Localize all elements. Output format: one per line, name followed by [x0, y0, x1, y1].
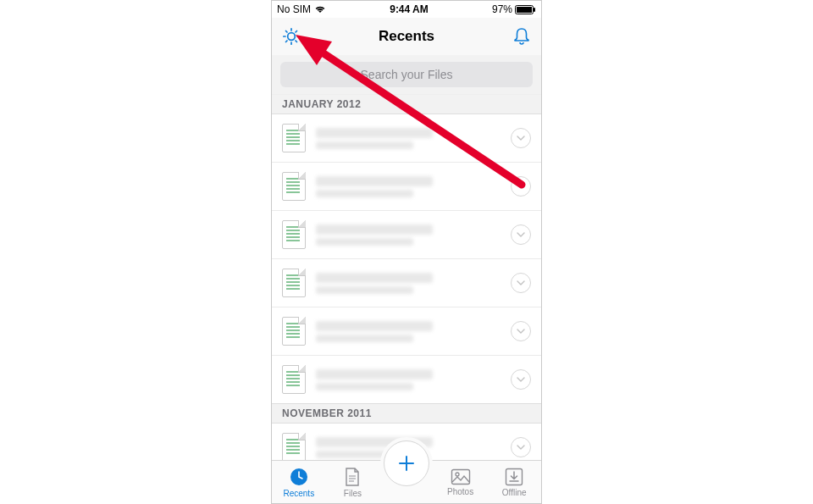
battery-icon — [515, 5, 536, 14]
spreadsheet-icon — [282, 317, 306, 346]
file-text — [316, 176, 511, 197]
file-row[interactable] — [272, 307, 541, 356]
chevron-down-icon — [517, 443, 525, 451]
battery-percent: 97% — [492, 3, 512, 15]
row-options-button[interactable] — [511, 369, 531, 390]
row-options-button[interactable] — [511, 321, 531, 341]
phone-frame: No SIM 9:44 AM 97% — [271, 0, 542, 504]
file-name-redacted — [316, 369, 433, 379]
spreadsheet-icon — [282, 365, 306, 394]
gear-icon — [281, 26, 301, 47]
tab-offline[interactable]: Offline — [487, 461, 541, 503]
row-options-button[interactable] — [511, 224, 531, 245]
search-bar-wrap: Search your Files — [272, 55, 541, 95]
tab-label: Recents — [283, 489, 314, 498]
file-meta-redacted — [316, 383, 413, 390]
download-icon — [505, 468, 523, 486]
settings-button[interactable] — [280, 25, 302, 47]
svg-point-3 — [288, 33, 296, 41]
file-row[interactable] — [272, 259, 541, 307]
search-input[interactable]: Search your Files — [280, 62, 533, 87]
section-header: NOVEMBER 2011 — [272, 403, 541, 424]
svg-rect-2 — [534, 8, 535, 12]
file-row[interactable] — [272, 356, 541, 403]
file-text — [316, 321, 511, 342]
svg-point-6 — [456, 473, 459, 476]
file-name-redacted — [316, 176, 433, 186]
bell-icon — [512, 26, 531, 47]
row-options-button[interactable] — [511, 128, 531, 148]
content-scroll[interactable]: Search your Files JANUARY 2012 NOVEMBER … — [272, 55, 541, 461]
file-row[interactable] — [272, 211, 541, 259]
svg-rect-1 — [517, 7, 532, 13]
spreadsheet-icon — [282, 124, 306, 152]
row-options-button[interactable] — [511, 437, 531, 457]
row-options-button[interactable] — [511, 273, 531, 293]
chevron-down-icon — [517, 375, 525, 384]
file-list — [272, 114, 541, 403]
file-meta-redacted — [316, 238, 413, 246]
tab-label: Files — [344, 489, 362, 498]
chevron-down-icon — [517, 134, 525, 142]
status-time: 9:44 AM — [390, 3, 429, 15]
search-placeholder: Search your Files — [361, 68, 453, 81]
file-name-redacted — [316, 224, 433, 235]
photos-icon — [451, 468, 471, 485]
tab-photos[interactable]: Photos — [434, 461, 488, 503]
spreadsheet-icon — [282, 172, 306, 201]
add-button[interactable] — [384, 440, 429, 486]
chevron-down-icon — [517, 327, 525, 335]
file-text — [316, 224, 511, 246]
file-text — [316, 128, 511, 149]
status-bar: No SIM 9:44 AM 97% — [272, 1, 541, 18]
row-options-button[interactable] — [511, 176, 531, 197]
file-meta-redacted — [316, 286, 413, 294]
tab-files[interactable]: Files — [326, 461, 380, 503]
carrier-label: No SIM — [277, 3, 311, 15]
spreadsheet-icon — [282, 269, 306, 297]
svg-rect-5 — [451, 469, 469, 484]
file-name-redacted — [316, 273, 433, 283]
tab-label: Offline — [502, 488, 527, 497]
tab-recents[interactable]: Recents — [272, 461, 326, 503]
chevron-down-icon — [517, 279, 525, 287]
chevron-down-icon — [517, 230, 525, 239]
file-meta-redacted — [316, 190, 413, 197]
file-name-redacted — [316, 321, 433, 331]
wifi-icon — [314, 5, 326, 14]
clock-icon — [289, 467, 309, 487]
spreadsheet-icon — [282, 220, 306, 249]
spreadsheet-icon — [282, 433, 306, 461]
file-meta-redacted — [316, 335, 413, 342]
notifications-button[interactable] — [511, 25, 533, 47]
plus-icon — [396, 453, 417, 474]
file-text — [316, 369, 511, 390]
file-meta-redacted — [316, 141, 413, 149]
file-name-redacted — [316, 128, 433, 138]
page-title: Recents — [379, 28, 434, 45]
chevron-down-icon — [517, 182, 525, 191]
file-text — [316, 273, 511, 294]
section-header: JANUARY 2012 — [272, 95, 541, 114]
file-row[interactable] — [272, 114, 541, 163]
file-icon — [343, 467, 362, 487]
tab-label: Photos — [447, 487, 473, 496]
file-row[interactable] — [272, 163, 541, 211]
nav-bar: Recents — [272, 18, 541, 56]
